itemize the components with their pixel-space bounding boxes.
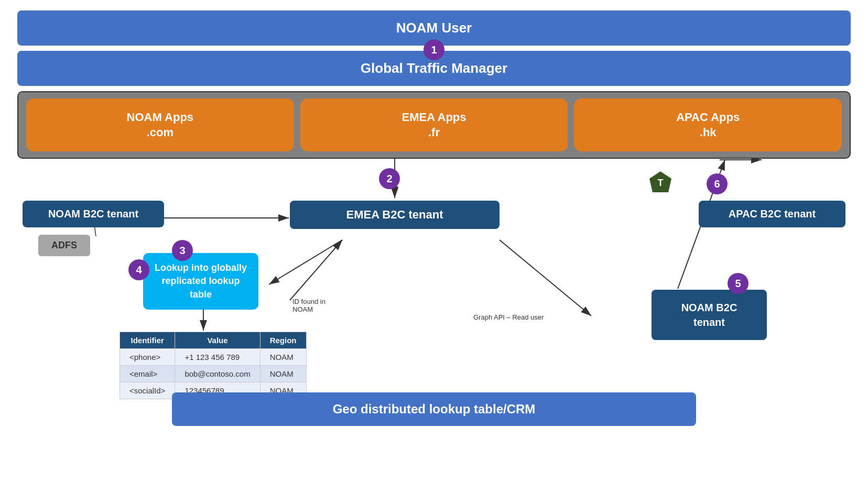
noam-b2c-tenant-box: NOAM B2C tenant [23,201,164,227]
step4-badge: 4 [128,259,149,280]
svg-line-8 [290,240,342,300]
noam-b2c-tenant-2-box: NOAM B2C tenant [652,290,767,340]
svg-line-6 [269,240,342,284]
noam-apps-box: NOAM Apps .com [26,98,294,151]
adfs-box: ADFS [38,235,90,256]
lookup-data-table: Identifier Value Region <phone> +1 123 4… [120,332,307,399]
lookup-box: Lookup into globally replicated lookup t… [143,253,258,310]
apac-apps-box: APAC Apps .hk [574,98,842,151]
table-header-identifier: Identifier [120,332,175,349]
apac-b2c-tenant-box: APAC B2C tenant [699,201,845,227]
step6-badge: 6 [707,173,728,194]
noam-user-label: NOAM User [396,20,472,36]
gtm-label: Global Traffic Manager [361,60,507,76]
graph-api-label: Graph API – Read user [473,313,544,321]
step3-badge: 3 [172,240,193,261]
step1-badge: 1 [424,39,444,60]
table-header-region: Region [260,332,306,349]
table-row: <phone> +1 123 456 789 NOAM [120,349,307,366]
middle-section: 2 3 4 5 6 NOAM B2C tenant ADFS EMEA B2C … [17,159,851,431]
step2-badge: 2 [379,168,400,189]
emea-b2c-tenant-box: EMEA B2C tenant [290,201,500,229]
table-header-value: Value [175,332,260,349]
svg-text:T: T [658,178,664,188]
t-pentagon: T [648,170,672,196]
step5-badge: 5 [728,273,748,294]
svg-line-10 [500,240,591,316]
apps-row: NOAM Apps .com EMEA Apps .fr APAC Apps .… [17,91,851,159]
diagram-container: NOAM User 1 Global Traffic Manager NOAM … [0,0,868,482]
table-row: <email> bob@contoso.com NOAM [120,366,307,382]
emea-apps-box: EMEA Apps .fr [300,98,568,151]
geo-bar: Geo distributed lookup table/CRM [172,392,696,426]
id-found-label: ID found in NOAM [292,298,326,313]
